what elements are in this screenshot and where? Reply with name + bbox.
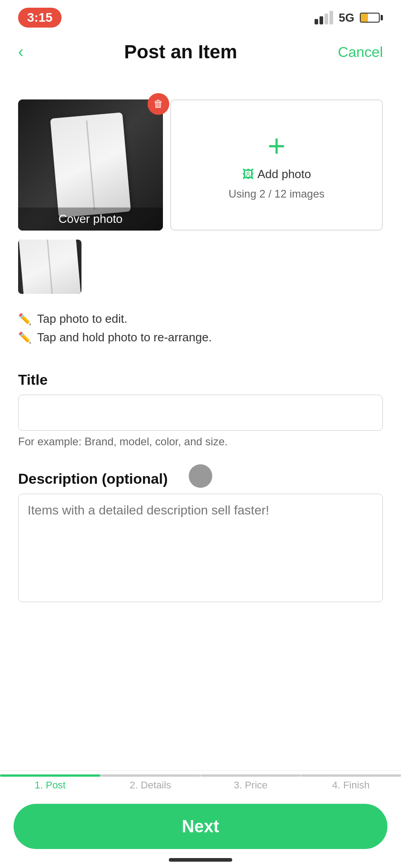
pencil-icon-2: ✏️ bbox=[18, 331, 32, 344]
add-photo-text: Add photo bbox=[258, 167, 311, 181]
cover-photo-container[interactable]: 🗑 Cover photo bbox=[18, 99, 163, 231]
step-1: 1. Post bbox=[0, 774, 100, 794]
progress-line-2 bbox=[100, 774, 201, 777]
cancel-button[interactable]: Cancel bbox=[338, 44, 383, 61]
battery-icon bbox=[360, 13, 383, 23]
progress-steps: 1. Post 2. Details 3. Price 4. Finish bbox=[0, 770, 401, 797]
status-time: 3:15 bbox=[18, 8, 62, 28]
tablet-shape bbox=[50, 112, 131, 217]
status-bar: 3:15 5G bbox=[0, 0, 401, 32]
signal-icon bbox=[315, 11, 333, 24]
trash-icon: 🗑 bbox=[153, 98, 163, 110]
instruction-text-2: Tap and hold photo to re-arrange. bbox=[37, 330, 212, 344]
description-input[interactable] bbox=[18, 494, 383, 602]
photo-row: 🗑 Cover photo + 🖼 Add photo bbox=[18, 99, 383, 231]
tablet-shape-small bbox=[18, 240, 81, 294]
cover-photo[interactable]: Cover photo bbox=[18, 99, 163, 231]
title-field-group: Title For example: Brand, model, color, … bbox=[18, 372, 383, 448]
progress-line-3 bbox=[200, 774, 301, 777]
delete-button[interactable]: 🗑 bbox=[148, 93, 169, 115]
thumbnail-image-1 bbox=[21, 242, 78, 291]
nav-header: ‹ Post an Item Cancel bbox=[0, 32, 401, 72]
back-button[interactable]: ‹ bbox=[18, 44, 24, 60]
step-1-label: 1. Post bbox=[35, 779, 66, 791]
home-indicator bbox=[169, 858, 232, 862]
add-photo-label: 🖼 Add photo bbox=[242, 167, 311, 181]
step-4: 4. Finish bbox=[301, 774, 401, 794]
photo-section: 🗑 Cover photo + 🖼 Add photo bbox=[18, 99, 383, 294]
scroll-indicator bbox=[189, 464, 212, 488]
page-title: Post an Item bbox=[124, 41, 237, 63]
progress-line-1 bbox=[0, 774, 100, 777]
main-content: 🗑 Cover photo + 🖼 Add photo bbox=[0, 72, 401, 694]
step-3-label: 3. Price bbox=[234, 779, 267, 791]
image-count: Using 2 / 12 images bbox=[229, 188, 325, 200]
cover-label: Cover photo bbox=[18, 208, 163, 231]
bottom-bar: 1. Post 2. Details 3. Price 4. Finish Ne… bbox=[0, 770, 401, 868]
instruction-text-1: Tap photo to edit. bbox=[37, 312, 127, 326]
step-4-label: 4. Finish bbox=[332, 779, 370, 791]
instruction-2: ✏️ Tap and hold photo to re-arrange. bbox=[18, 330, 383, 344]
add-plus-icon: + bbox=[267, 130, 286, 161]
status-right: 5G bbox=[315, 11, 383, 25]
add-photo-button[interactable]: + 🖼 Add photo Using 2 / 12 images bbox=[170, 99, 383, 231]
pencil-icon-1: ✏️ bbox=[18, 313, 32, 326]
description-field-group: Description (optional) bbox=[18, 471, 383, 604]
instruction-1: ✏️ Tap photo to edit. bbox=[18, 312, 383, 326]
title-input[interactable] bbox=[18, 395, 383, 431]
next-button[interactable]: Next bbox=[14, 804, 387, 849]
thumbnail-row bbox=[18, 240, 383, 294]
instructions: ✏️ Tap photo to edit. ✏️ Tap and hold ph… bbox=[18, 312, 383, 344]
progress-line-4 bbox=[301, 774, 401, 777]
title-hint: For example: Brand, model, color, and si… bbox=[18, 435, 383, 448]
thumbnail-1[interactable] bbox=[18, 240, 81, 294]
image-icon: 🖼 bbox=[242, 167, 254, 181]
network-label: 5G bbox=[339, 11, 354, 25]
form-section: Title For example: Brand, model, color, … bbox=[18, 372, 383, 604]
step-2: 2. Details bbox=[100, 774, 201, 794]
step-3: 3. Price bbox=[200, 774, 301, 794]
title-label: Title bbox=[18, 372, 383, 388]
step-2-label: 2. Details bbox=[129, 779, 171, 791]
